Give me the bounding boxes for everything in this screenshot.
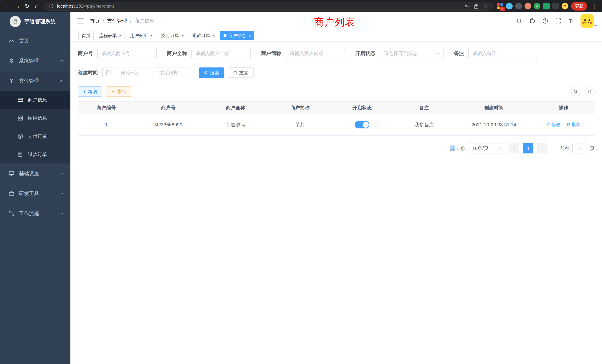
refund-doc-icon [17, 151, 24, 157]
pagination-goto: 前往 页 [560, 143, 595, 153]
url-host: localhost [57, 3, 75, 9]
site-info-icon[interactable]: ⓘ [48, 3, 54, 10]
browser-menu-icon[interactable]: ⋮ [589, 1, 599, 11]
sidebar-item-app-info[interactable]: 应用信息 [0, 109, 70, 127]
home-icon[interactable]: ⌂ [32, 1, 42, 11]
back-icon[interactable]: ← [3, 1, 13, 11]
tab-home[interactable]: 首页 [78, 31, 94, 40]
extension-icon[interactable] [515, 3, 522, 10]
browser-toolbar: ← → ↻ ⌂ ⓘ localhost:1024/pay/merchant ☆ … [0, 0, 602, 12]
extension-icon[interactable] [562, 3, 568, 10]
status-toggle[interactable] [355, 121, 369, 128]
page-annotation: 商户列表 [314, 16, 355, 29]
password-key-icon[interactable] [464, 3, 470, 10]
tab-label: 用户分组 [130, 33, 148, 39]
end-date-placeholder: 结束日期 [152, 69, 185, 76]
close-icon[interactable]: × [150, 33, 153, 38]
next-page-button[interactable]: › [537, 143, 548, 153]
close-icon[interactable]: × [248, 33, 251, 38]
address-bar[interactable]: ⓘ localhost:1024/pay/merchant ☆ [44, 2, 493, 11]
close-icon[interactable]: × [119, 33, 122, 38]
refresh-icon[interactable] [585, 87, 595, 96]
extension-badge: 10 [500, 7, 505, 11]
delete-link[interactable]: 删除 [566, 122, 581, 128]
edit-link[interactable]: 修改 [546, 122, 561, 128]
user-menu[interactable]: ▾ [580, 14, 597, 28]
toolbox-icon [8, 191, 15, 196]
toggle-search-icon[interactable] [571, 87, 580, 96]
search-button[interactable]: 搜索 [199, 67, 224, 78]
sidebar-toggle-icon[interactable] [77, 18, 84, 23]
status-select-placeholder: 请选择开启状态 [384, 50, 418, 57]
date-range-picker[interactable]: 开始日期 - 结束日期 [102, 67, 188, 78]
sidebar-item-pay-order[interactable]: 支付订单 [0, 127, 70, 145]
prev-page-button[interactable]: ‹ [509, 143, 519, 153]
close-icon[interactable]: × [181, 33, 184, 38]
merchant-short-input[interactable] [286, 48, 345, 59]
close-icon[interactable]: × [212, 33, 215, 38]
goto-page-input[interactable] [572, 143, 587, 153]
chevron-down-icon [498, 146, 502, 150]
sidebar-item-workflow[interactable]: 工作流程 [0, 203, 70, 224]
browser-update-button[interactable]: 更新 [571, 2, 587, 11]
tab-pay-order[interactable]: 支付订单 × [158, 31, 187, 40]
table-toolbar: + 新增 导出 [78, 86, 595, 97]
tab-user-group[interactable]: 用户分组 × [127, 31, 156, 40]
sidebar-item-refund-order[interactable]: 退款订单 [0, 145, 70, 163]
page-number-button[interactable]: 1 [523, 143, 533, 153]
export-button[interactable]: 导出 [106, 86, 131, 97]
github-icon[interactable] [529, 17, 536, 25]
add-button-label: 新增 [88, 89, 97, 95]
extension-icon[interactable] [543, 3, 550, 10]
share-icon[interactable] [473, 3, 480, 10]
extension-icon[interactable] [506, 3, 513, 10]
tags-bar: 首页 流程表单 × 用户分组 × 支付订单 × 退款订单 × [70, 30, 602, 42]
sidebar-item-system[interactable]: ⚙ 系统管理 [0, 51, 70, 71]
forward-icon[interactable]: → [13, 1, 22, 11]
merchant-no-input[interactable] [97, 48, 157, 59]
sidebar-item-label: 支付管理 [19, 77, 39, 84]
sidebar-item-merchant-info[interactable]: 商户信息 [0, 91, 70, 109]
merchant-name-input[interactable] [192, 48, 251, 59]
search-icon[interactable] [516, 17, 523, 25]
card-icon [17, 97, 24, 103]
extension-icon[interactable]: 10 [497, 3, 503, 10]
bookmark-star-icon[interactable]: ☆ [482, 3, 489, 10]
extension-icon[interactable] [552, 3, 559, 10]
app-logo[interactable]: 芋道管理系统 [0, 12, 70, 31]
calendar-icon [106, 70, 112, 76]
breadcrumb-item[interactable]: 首页 [90, 18, 100, 24]
filter-status: 开启状态 请选择开启状态 [355, 48, 443, 59]
sidebar-item-home[interactable]: 首页 [0, 31, 70, 51]
tab-merchant-info[interactable]: 商户信息 × [220, 31, 254, 40]
goto-label: 前往 [560, 145, 570, 152]
sidebar-item-label: 基础设施 [19, 170, 39, 177]
sidebar-item-dev-tools[interactable]: 研发工具 [0, 183, 70, 203]
page-size-select[interactable]: 10条/页 [469, 143, 505, 153]
fullscreen-icon[interactable] [555, 17, 562, 25]
tab-refund-order[interactable]: 退款订单 × [189, 31, 218, 40]
filter-merchant-short: 商户简称 [261, 48, 345, 59]
extension-icon[interactable] [525, 3, 531, 10]
column-header: 商户全称 [202, 101, 269, 114]
tab-label: 首页 [82, 33, 90, 39]
column-header: 开启状态 [331, 101, 393, 114]
remark-input[interactable] [468, 48, 537, 59]
breadcrumb-item[interactable]: 支付管理 [107, 18, 127, 24]
font-size-icon[interactable]: TT [568, 17, 575, 25]
reset-button-label: 重置 [239, 70, 248, 76]
reload-icon[interactable]: ↻ [22, 1, 32, 11]
sidebar-item-infrastructure[interactable]: 基础设施 [0, 163, 70, 183]
payment-submenu: 商户信息 应用信息 支付订单 [0, 91, 70, 163]
sidebar-item-payment[interactable]: ¥ 支付管理 [0, 71, 70, 91]
main-panel: 首页 / 支付管理 / 商户信息 商户列表 [70, 12, 602, 364]
dashboard-icon [8, 38, 15, 44]
add-button[interactable]: + 新增 [78, 86, 102, 97]
help-icon[interactable] [542, 17, 549, 25]
merchant-short-label: 商户简称 [261, 50, 281, 57]
status-select[interactable]: 请选择开启状态 [380, 48, 443, 59]
reset-button[interactable]: 重置 [228, 67, 254, 78]
extension-icon[interactable]: ✓ [534, 3, 540, 10]
coin-icon [17, 133, 24, 139]
tab-process-form[interactable]: 流程表单 × [96, 31, 125, 40]
